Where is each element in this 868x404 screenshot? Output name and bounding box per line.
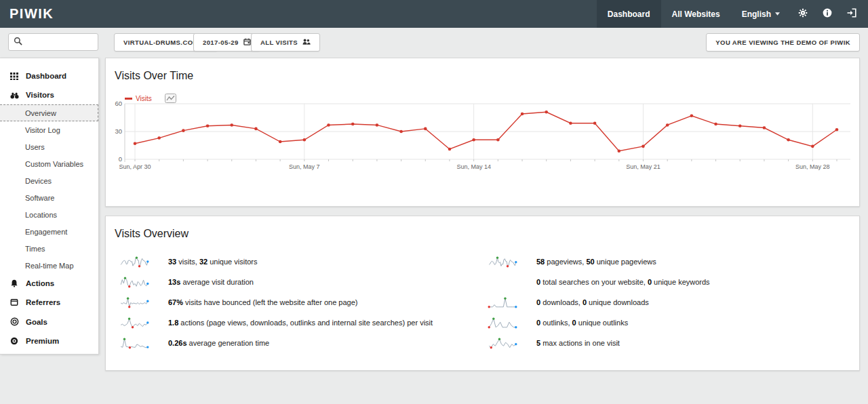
sidebar-item-actions[interactable]: Actions bbox=[0, 274, 98, 293]
sidebar-item-dashboard[interactable]: Dashboard bbox=[0, 66, 98, 85]
sparkline bbox=[119, 277, 149, 288]
sidebar-item-overview[interactable]: Overview bbox=[0, 104, 98, 121]
svg-text:30: 30 bbox=[115, 127, 122, 135]
sidebar-item-real-time-map[interactable]: Real-time Map bbox=[0, 257, 98, 274]
nav-item-all-websites[interactable]: All Websites bbox=[661, 0, 731, 28]
sidebar-item-engagement[interactable]: Engagement bbox=[0, 223, 98, 240]
overview-right-column: 58 pageviews, 50 unique pageviews0 total… bbox=[488, 251, 710, 353]
binoculars-icon bbox=[9, 92, 19, 99]
sparkline bbox=[488, 338, 517, 349]
visits-over-time-card: Visits Over Time Visits 03060Sun, Apr 30… bbox=[105, 58, 860, 207]
visits-series-swatch bbox=[125, 98, 132, 100]
sparkline bbox=[119, 338, 149, 349]
overview-row-text: 58 pageviews, 50 unique pageviews bbox=[536, 258, 656, 266]
svg-text:Sun, May 21: Sun, May 21 bbox=[626, 163, 660, 170]
sidebar-menu: DashboardVisitorsOverviewVisitor LogUser… bbox=[0, 58, 99, 355]
overview-row-text: 0 downloads, 0 unique downloads bbox=[536, 298, 649, 306]
sidebar-item-premium[interactable]: Premium bbox=[0, 331, 98, 350]
overview-row: 67% visits have bounced (left the websit… bbox=[119, 292, 433, 312]
signin-icon bbox=[847, 8, 856, 20]
sidebar-item-label: Users bbox=[25, 143, 45, 151]
search-box[interactable] bbox=[8, 33, 98, 51]
date-label: 2017-05-29 bbox=[203, 39, 239, 46]
sidebar-item-label: Dashboard bbox=[26, 72, 66, 80]
segment-label: ALL VISITS bbox=[260, 39, 298, 46]
chart-export-icon[interactable] bbox=[165, 94, 176, 103]
sidebar-item-label: Times bbox=[25, 245, 45, 253]
segment-selector-button[interactable]: ALL VISITS bbox=[251, 33, 320, 52]
help-button[interactable] bbox=[815, 0, 840, 28]
settings-gear-icon bbox=[798, 8, 808, 20]
visits-overview-card: Visits Overview 33 visits, 32 unique vis… bbox=[105, 216, 860, 371]
svg-text:60: 60 bbox=[115, 100, 122, 107]
demo-notice-button[interactable]: YOU ARE VIEWING THE DEMO OF PIWIK bbox=[706, 33, 860, 52]
overview-row: 58 pageviews, 50 unique pageviews bbox=[488, 251, 710, 272]
overview-row: 1.8 actions (page views, downloads, outl… bbox=[119, 312, 433, 333]
info-icon bbox=[823, 8, 832, 20]
sidebar-item-custom-variables[interactable]: Custom Variables bbox=[0, 155, 98, 172]
overview-row: 0 downloads, 0 unique downloads bbox=[488, 292, 710, 312]
nav-item-label: Dashboard bbox=[608, 9, 650, 19]
overview-row: 33 visits, 32 unique visitors bbox=[119, 251, 433, 272]
svg-text:Sun, May 14: Sun, May 14 bbox=[456, 163, 491, 170]
caret-down-icon bbox=[775, 12, 780, 16]
sparkline bbox=[488, 297, 517, 308]
settings-button[interactable] bbox=[791, 0, 815, 28]
target-icon bbox=[9, 317, 19, 326]
toolbar: VIRTUAL-DRUMS.COM 2017-05-29 ALL VISITS … bbox=[0, 28, 868, 58]
nav-item-label: All Websites bbox=[672, 9, 720, 19]
dashboard-grid-icon bbox=[9, 72, 19, 80]
sparkline bbox=[119, 256, 149, 268]
sidebar-item-users[interactable]: Users bbox=[0, 138, 98, 155]
sidebar-item-label: Engagement bbox=[25, 228, 67, 236]
sidebar-item-label: Actions bbox=[26, 279, 54, 287]
sidebar-item-visitors[interactable]: Visitors bbox=[0, 85, 98, 104]
top-navbar: PIWIK Dashboard All Websites English bbox=[0, 0, 868, 28]
visits-line-chart: 03060Sun, Apr 30Sun, May 7Sun, May 14Sun… bbox=[106, 58, 861, 207]
overview-row-text: 5 max actions in one visit bbox=[536, 339, 620, 347]
sidebar-item-visitor-log[interactable]: Visitor Log bbox=[0, 121, 98, 138]
sidebar-item-label: Overview bbox=[25, 109, 56, 117]
overview-row-text: 13s average visit duration bbox=[168, 278, 254, 286]
site-selector-label: VIRTUAL-DRUMS.COM bbox=[123, 39, 199, 46]
sidebar-item-label: Real-time Map bbox=[25, 262, 74, 270]
overview-row-text: 33 visits, 32 unique visitors bbox=[168, 258, 258, 266]
sidebar-item-locations[interactable]: Locations bbox=[0, 206, 98, 223]
visits-legend-label: Visits bbox=[136, 95, 152, 102]
overview-row: 0 total searches on your website, 0 uniq… bbox=[488, 272, 710, 292]
sidebar-item-label: Premium bbox=[26, 337, 59, 345]
signin-button[interactable] bbox=[840, 0, 864, 28]
svg-text:Sun, May 7: Sun, May 7 bbox=[289, 163, 320, 170]
sidebar-item-goals[interactable]: Goals bbox=[0, 312, 98, 331]
svg-text:Sun, May 28: Sun, May 28 bbox=[795, 163, 830, 170]
calendar-icon bbox=[243, 38, 251, 47]
bell-icon bbox=[9, 279, 19, 287]
overview-row-text: 0 total searches on your website, 0 uniq… bbox=[536, 278, 710, 286]
sparkline bbox=[488, 317, 517, 329]
overview-row-text: 0 outlinks, 0 unique outlinks bbox=[536, 319, 628, 327]
overview-left-column: 33 visits, 32 unique visitors13s average… bbox=[119, 251, 433, 353]
demo-notice-label: YOU ARE VIEWING THE DEMO OF PIWIK bbox=[715, 39, 850, 46]
sidebar-item-software[interactable]: Software bbox=[0, 189, 98, 206]
sidebar-item-label: Goals bbox=[26, 318, 47, 326]
sparkline bbox=[488, 277, 517, 288]
sidebar-item-times[interactable]: Times bbox=[0, 240, 98, 257]
sidebar-item-label: Referrers bbox=[26, 298, 60, 306]
overview-row-text: 1.8 actions (page views, downloads, outl… bbox=[168, 319, 433, 327]
sparkline bbox=[119, 297, 149, 308]
sidebar-item-devices[interactable]: Devices bbox=[0, 172, 98, 189]
premium-icon bbox=[9, 337, 19, 345]
sidebar-item-label: Visitors bbox=[26, 91, 54, 99]
date-selector-button[interactable]: 2017-05-29 bbox=[193, 33, 260, 52]
sidebar-item-referrers[interactable]: Referrers bbox=[0, 293, 98, 312]
overview-row: 13s average visit duration bbox=[119, 272, 433, 292]
overview-row: 5 max actions in one visit bbox=[488, 333, 710, 353]
piwik-logo: PIWIK bbox=[0, 6, 54, 22]
chart-legend: Visits bbox=[125, 94, 176, 103]
nav-item-language[interactable]: English bbox=[731, 0, 791, 28]
visitors-group-icon bbox=[302, 39, 311, 46]
nav-item-dashboard[interactable]: Dashboard bbox=[597, 0, 661, 28]
navbar-menu: Dashboard All Websites English bbox=[597, 0, 868, 28]
overview-row-text: 67% visits have bounced (left the websit… bbox=[168, 298, 357, 306]
search-input[interactable] bbox=[26, 38, 94, 46]
